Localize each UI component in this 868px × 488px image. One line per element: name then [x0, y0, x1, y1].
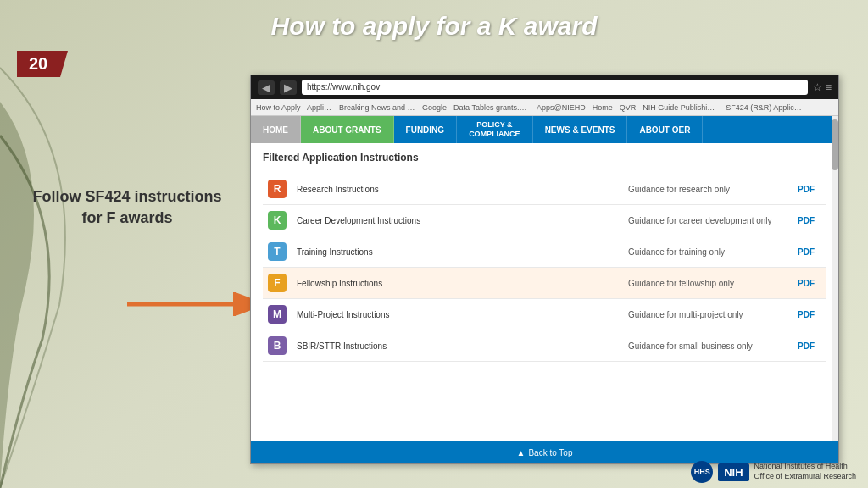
slide-title: How to apply for a K award	[0, 12, 868, 41]
instruction-name: Research Instructions	[297, 185, 379, 194]
instructions-table: R Research Instructions Guidance for res…	[263, 174, 826, 362]
left-instruction-text: Follow SF424 instructions for F awards	[25, 186, 229, 229]
back-button[interactable]: ◀	[258, 80, 275, 95]
table-row: M Multi-Project Instructions Guidance fo…	[263, 299, 826, 330]
page-content: Filtered Application Instructions R Rese…	[251, 143, 838, 370]
instruction-name: Fellowship Instructions	[297, 279, 382, 288]
nih-text: National Institutes of Health Office of …	[754, 462, 856, 481]
bookmark-8[interactable]: SF424 (R&R) Application...	[726, 103, 802, 112]
table-row: K Career Development Instructions Guidan…	[263, 205, 826, 236]
bookmark-2[interactable]: Breaking News and Opini...	[339, 103, 415, 112]
table-row: F Fellowship Instructions Guidance for f…	[263, 268, 826, 299]
table-row: R Research Instructions Guidance for res…	[263, 174, 826, 205]
bookmark-1[interactable]: How to Apply - Applicati...	[256, 103, 332, 112]
site-navigation: HOME ABOUT GRANTS FUNDING POLICY &COMPLI…	[251, 116, 838, 143]
badge-b: B	[268, 336, 287, 355]
bookmark-4[interactable]: Data Tables grants.nih.gov	[453, 103, 530, 112]
bookmark-5[interactable]: Apps@NIEHD - Home	[537, 103, 613, 112]
nav-home[interactable]: HOME	[251, 116, 301, 143]
guidance-text: Guidance for small business only	[628, 341, 753, 351]
pdf-link[interactable]: PDF	[798, 216, 815, 225]
bookmark-6[interactable]: QVR	[620, 103, 637, 112]
guidance-text: Guidance for training only	[628, 247, 725, 257]
pdf-link[interactable]: PDF	[798, 341, 815, 351]
url-bar[interactable]: https://www.nih.gov	[302, 80, 808, 95]
pdf-link[interactable]: PDF	[798, 279, 815, 288]
table-row: T Training Instructions Guidance for tra…	[263, 236, 826, 268]
menu-icon[interactable]: ≡	[826, 81, 832, 93]
guidance-text: Guidance for research only	[628, 185, 730, 194]
bookmarks-bar: How to Apply - Applicati... Breaking New…	[251, 99, 838, 116]
nav-news[interactable]: NEWS & EVENTS	[533, 116, 628, 143]
pdf-link[interactable]: PDF	[798, 310, 815, 319]
badge-k: K	[268, 211, 287, 230]
badge-r: R	[268, 180, 287, 198]
pdf-link[interactable]: PDF	[798, 185, 815, 194]
nih-logo: NIH	[718, 463, 748, 481]
browser-window: ◀ ▶ https://www.nih.gov ☆ ≡ How to Apply…	[250, 75, 839, 464]
nav-about-oer[interactable]: ABOUT OER	[627, 116, 703, 143]
nav-about-grants[interactable]: ABOUT GRANTS	[301, 116, 394, 143]
instruction-name: Training Instructions	[297, 247, 373, 257]
chevron-up-icon: ▲	[517, 448, 526, 458]
browser-action-icons: ☆ ≡	[813, 81, 832, 93]
badge-t: T	[268, 242, 287, 261]
scrollbar-thumb[interactable]	[832, 119, 838, 170]
pdf-link[interactable]: PDF	[798, 247, 815, 257]
instruction-name: SBIR/STTR Instructions	[297, 341, 387, 351]
section-heading: Filtered Application Instructions	[263, 152, 826, 167]
guidance-text: Guidance for fellowship only	[628, 279, 734, 288]
slide-number: 20	[17, 51, 68, 77]
instruction-name: Multi-Project Instructions	[297, 310, 389, 319]
table-row: B SBIR/STTR Instructions Guidance for sm…	[263, 330, 826, 362]
instruction-name: Career Development Instructions	[297, 216, 420, 225]
badge-f: F	[268, 274, 287, 292]
back-to-top-button[interactable]: ▲ Back to Top	[517, 448, 573, 458]
forward-button[interactable]: ▶	[280, 80, 297, 95]
scrollbar[interactable]	[832, 116, 838, 464]
star-icon[interactable]: ☆	[813, 81, 822, 93]
browser-toolbar: ◀ ▶ https://www.nih.gov ☆ ≡	[251, 75, 838, 99]
nav-policy[interactable]: POLICY &COMPLIANCE	[457, 116, 533, 143]
bookmark-3[interactable]: Google	[422, 103, 447, 112]
nav-funding[interactable]: FUNDING	[394, 116, 458, 143]
badge-m: M	[268, 305, 287, 324]
guidance-text: Guidance for multi-project only	[628, 310, 743, 319]
nih-footer: HHS NIH National Institutes of Health Of…	[691, 461, 856, 483]
bookmark-7[interactable]: NIH Guide Publishing Sys...	[643, 103, 719, 112]
guidance-text: Guidance for career development only	[628, 216, 772, 225]
hhs-logo: HHS	[691, 461, 713, 483]
